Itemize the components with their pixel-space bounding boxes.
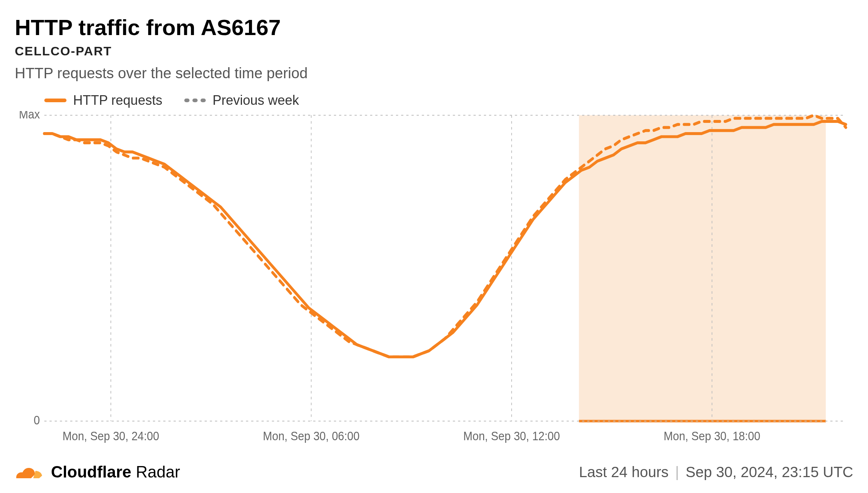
divider: | xyxy=(675,464,679,480)
svg-text:Max: Max xyxy=(19,111,40,121)
time-range-label: Last 24 hours xyxy=(579,464,669,480)
legend-swatch-dashed xyxy=(184,99,206,102)
legend-label: HTTP requests xyxy=(73,93,162,108)
legend-item-previous-week: Previous week xyxy=(184,93,299,108)
legend-label: Previous week xyxy=(212,93,299,108)
chart-legend: HTTP requests Previous week xyxy=(44,93,853,108)
svg-rect-0 xyxy=(579,115,826,421)
legend-item-http-requests: HTTP requests xyxy=(44,93,162,108)
brand-text: Cloudflare Radar xyxy=(51,463,180,481)
cloudflare-logo-icon xyxy=(15,462,44,482)
legend-swatch-solid xyxy=(44,99,66,102)
line-chart: Max0Mon, Sep 30, 24:00Mon, Sep 30, 06:00… xyxy=(15,111,853,455)
page-subtitle: CELLCO-PART xyxy=(15,44,853,58)
page-description: HTTP requests over the selected time per… xyxy=(15,65,853,82)
timestamp-label: Sep 30, 2024, 23:15 UTC xyxy=(686,464,853,480)
chart-area: Max0Mon, Sep 30, 24:00Mon, Sep 30, 06:00… xyxy=(15,111,853,455)
brand: Cloudflare Radar xyxy=(15,462,180,482)
footer-meta: Last 24 hours | Sep 30, 2024, 23:15 UTC xyxy=(579,464,853,480)
svg-text:0: 0 xyxy=(34,413,40,427)
svg-text:Mon, Sep 30, 12:00: Mon, Sep 30, 12:00 xyxy=(463,429,560,443)
svg-text:Mon, Sep 30, 06:00: Mon, Sep 30, 06:00 xyxy=(263,429,360,443)
svg-text:Mon, Sep 30, 18:00: Mon, Sep 30, 18:00 xyxy=(664,429,761,443)
svg-text:Mon, Sep 30, 24:00: Mon, Sep 30, 24:00 xyxy=(62,429,159,443)
page-title: HTTP traffic from AS6167 xyxy=(15,15,853,40)
